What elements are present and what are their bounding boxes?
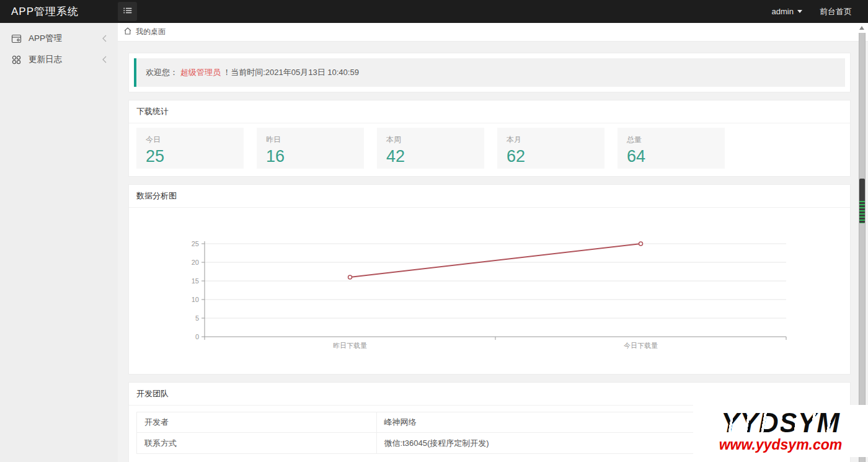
welcome-panel: 欢迎您： 超级管理员 ！当前时间:2021年05月13日 10:40:59 [128, 53, 851, 92]
stat-card-total: 总量 64 [618, 128, 725, 169]
scrollbar-track[interactable] [859, 33, 866, 462]
svg-text:昨日下载量: 昨日下载量 [333, 342, 367, 349]
table-cell-key: 联系方式 [137, 433, 377, 453]
svg-text:0: 0 [195, 333, 199, 340]
home-icon [123, 27, 132, 37]
svg-text:15: 15 [192, 277, 199, 285]
app-title: APP管理系统 [11, 0, 79, 23]
watermark: YYDSYM www.yydsym.com [693, 405, 868, 457]
line-chart: 0510152025昨日下载量今日下载量 [129, 208, 850, 374]
watermark-logo-text: YYDSYM [721, 409, 840, 437]
svg-text:10: 10 [192, 296, 199, 303]
sidebar-item-label: APP管理 [29, 33, 62, 44]
sidebar: APP管理 更新日志 [0, 23, 118, 462]
analysis-chart-title: 数据分析图 [129, 185, 850, 208]
content: 欢迎您： 超级管理员 ！当前时间:2021年05月13日 10:40:59 下载… [118, 42, 868, 462]
stat-card-today: 今日 25 [136, 128, 244, 169]
list-menu-icon [123, 6, 133, 17]
svg-text:5: 5 [195, 314, 199, 322]
scrollbar [857, 23, 868, 462]
dev-team-title: 开发团队 [129, 383, 850, 406]
welcome-time: ！当前时间:2021年05月13日 10:40:59 [221, 68, 359, 77]
stat-value: 42 [386, 147, 475, 166]
svg-text:20: 20 [192, 259, 199, 266]
stat-value: 62 [507, 147, 595, 166]
chevron-left-icon [102, 35, 107, 42]
stat-label: 今日 [146, 135, 234, 145]
chevron-down-icon [797, 10, 802, 13]
sidebar-item-label: 更新日志 [29, 54, 62, 65]
stat-label: 本周 [386, 135, 475, 145]
download-stats-panel: 下载统计 今日 25 昨日 16 本周 42 本月 62 [128, 100, 851, 177]
welcome-alert: 欢迎您： 超级管理员 ！当前时间:2021年05月13日 10:40:59 [134, 58, 845, 87]
stat-value: 16 [266, 147, 355, 166]
svg-text:今日下载量: 今日下载量 [624, 342, 658, 349]
frontend-home-link[interactable]: 前台首页 [820, 6, 852, 17]
stat-card-month: 本月 62 [497, 128, 604, 169]
breadcrumb-item-desktop[interactable]: 我的桌面 [136, 27, 166, 37]
grid-icon [11, 55, 22, 65]
chevron-left-icon [102, 56, 107, 63]
app-window-icon [11, 33, 22, 44]
stat-cards-row: 今日 25 昨日 16 本周 42 本月 62 总量 64 [129, 123, 850, 176]
stat-label: 昨日 [266, 135, 355, 145]
main-area: 我的桌面 欢迎您： 超级管理员 ！当前时间:2021年05月13日 10:40:… [118, 23, 868, 462]
topbar-right: admin 前台首页 [772, 0, 852, 23]
welcome-username: 超级管理员 [180, 68, 221, 77]
table-cell-key: 开发者 [137, 412, 377, 432]
analysis-chart-panel: 数据分析图 0510152025昨日下载量今日下载量 [128, 184, 851, 375]
stat-card-yesterday: 昨日 16 [257, 128, 364, 169]
line-chart-svg: 0510152025昨日下载量今日下载量 [129, 208, 850, 374]
breadcrumb: 我的桌面 [118, 23, 868, 42]
stat-card-week: 本周 42 [377, 128, 484, 169]
stat-value: 64 [627, 147, 715, 166]
stat-value: 25 [146, 147, 234, 166]
username-label: admin [772, 7, 794, 16]
watermark-url-text: www.yydsym.com [719, 437, 843, 453]
user-dropdown[interactable]: admin [772, 7, 802, 16]
scroll-up-arrow-icon[interactable] [859, 26, 864, 30]
sidebar-item-changelog[interactable]: 更新日志 [0, 49, 118, 70]
sidebar-toggle-button[interactable] [118, 2, 137, 21]
stat-label: 本月 [507, 135, 595, 145]
sidebar-item-app-manage[interactable]: APP管理 [0, 28, 118, 49]
download-stats-title: 下载统计 [129, 100, 850, 123]
scrollbar-thumb[interactable] [859, 179, 865, 223]
stat-label: 总量 [627, 135, 715, 145]
welcome-prefix: 欢迎您： [146, 68, 180, 77]
scrollbar-thumb-stripes [859, 201, 865, 223]
topbar: APP管理系统 admin 前台首页 [0, 0, 868, 23]
svg-text:25: 25 [192, 240, 199, 247]
